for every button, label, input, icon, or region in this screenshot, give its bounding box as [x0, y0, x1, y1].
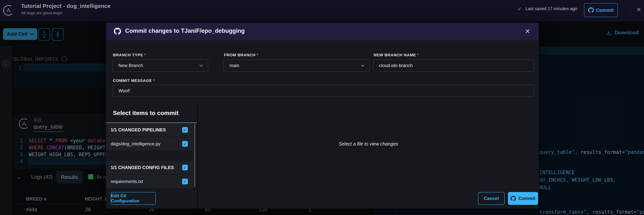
- checkbox-checked[interactable]: ✓: [182, 165, 188, 170]
- checkbox-checked[interactable]: ✓: [182, 179, 188, 184]
- select-items-heading: Select items to commit: [113, 110, 178, 116]
- chevron-down-icon: [361, 64, 364, 67]
- commit-message-label: COMMIT MESSAGE*: [113, 78, 155, 83]
- required-asterisk: *: [417, 53, 419, 57]
- branch-type-select[interactable]: New Branch: [112, 60, 208, 72]
- list-divider: [106, 122, 198, 123]
- required-asterisk: *: [256, 53, 258, 57]
- file-row-dog-intelligence[interactable]: dags/dog_intelligence.py ✓: [106, 137, 193, 150]
- panel-divider: [197, 106, 198, 210]
- from-branch-select[interactable]: main: [224, 60, 370, 72]
- commit-message-field: [112, 85, 534, 97]
- branch-type-label: BRANCH TYPE*: [113, 53, 146, 57]
- modal-commit-button[interactable]: Commit: [508, 192, 538, 205]
- svg-text:A: A: [6, 7, 10, 14]
- file-row-requirements[interactable]: requirements.txt ✓: [106, 175, 193, 188]
- changed-config-files-group-row[interactable]: 1/1 CHANGED CONFIG FILES ✓: [106, 161, 193, 174]
- project-subtitle: All dogs are good dogs!: [21, 11, 63, 15]
- from-branch-label: FROM BRANCH*: [224, 53, 258, 57]
- file-list-scrollbar[interactable]: [194, 123, 196, 188]
- modal-close-icon[interactable]: ✕: [525, 28, 530, 35]
- new-branch-name-field: [373, 60, 534, 72]
- commit-modal: Commit changes to TJaniF/epo_debugging ✕…: [106, 22, 539, 208]
- scrollbar-thumb[interactable]: [194, 123, 196, 188]
- top-bar: A Tutorial Project - dog_intelligence Al…: [0, 0, 644, 21]
- required-asterisk: *: [144, 53, 146, 57]
- new-branch-name-label: NEW BRANCH NAME*: [374, 53, 419, 57]
- commit-message-input[interactable]: [118, 88, 528, 94]
- check-icon: ✓: [183, 128, 187, 132]
- saved-check-icon: ✓: [518, 6, 522, 12]
- modal-title: Commit changes to TJaniF/epo_debugging: [125, 28, 245, 34]
- required-asterisk: *: [153, 78, 155, 83]
- diff-preview-placeholder: Select a file to view changes: [198, 141, 539, 147]
- github-icon: [510, 196, 516, 201]
- last-saved-status: Last saved 17 minutes ago: [526, 6, 577, 11]
- github-icon: [114, 28, 121, 36]
- checkbox-checked[interactable]: ✓: [182, 141, 188, 147]
- modal-header: Commit changes to TJaniF/epo_debugging ✕: [106, 22, 539, 40]
- check-icon: ✓: [183, 142, 187, 146]
- topbar-commit-button[interactable]: Commit: [584, 3, 618, 17]
- check-icon: ✓: [183, 179, 187, 184]
- edit-git-configuration-button[interactable]: Edit Git Configuration: [111, 192, 156, 205]
- github-icon: [588, 7, 594, 13]
- cancel-button[interactable]: Cancel: [478, 192, 505, 205]
- new-branch-name-input[interactable]: [379, 63, 528, 68]
- check-icon: ✓: [183, 165, 187, 170]
- chevron-down-icon: [200, 64, 203, 67]
- checkbox-checked[interactable]: ✓: [182, 127, 188, 133]
- changed-pipelines-group-row[interactable]: 1/1 CHANGED PIPELINES ✓: [106, 123, 193, 136]
- project-title: Tutorial Project - dog_intelligence: [21, 3, 111, 9]
- topbar-commit-label: Commit: [596, 8, 614, 13]
- footer-divider: [106, 187, 539, 188]
- app-close-icon[interactable]: ✕: [636, 6, 641, 13]
- app-logo-icon: A: [3, 4, 14, 17]
